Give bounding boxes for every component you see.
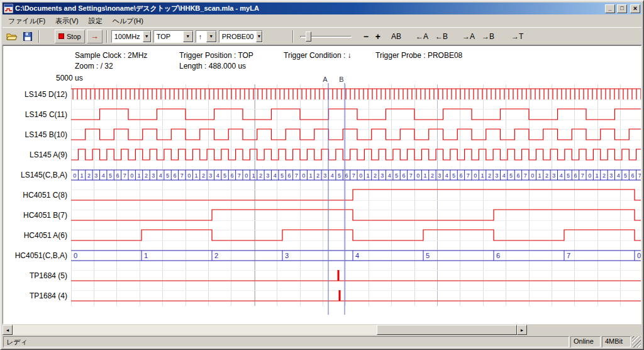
svg-text:5: 5 [452,172,455,179]
svg-text:0: 0 [130,172,133,179]
svg-text:7: 7 [123,172,126,179]
svg-text:5: 5 [426,252,430,259]
svg-text:6: 6 [116,172,119,179]
floppy-save-icon [23,32,32,41]
channel-label: LS145 A(9) [30,150,67,160]
channel-label: TP1684 (4) [30,291,67,301]
svg-text:3: 3 [323,172,326,179]
maximize-button[interactable]: □ [617,4,627,13]
trigger-position-info: Trigger Position : TOP [179,51,284,62]
svg-text:0: 0 [637,252,641,259]
svg-text:4: 4 [355,252,359,259]
svg-text:7: 7 [352,172,355,179]
svg-text:5: 5 [338,172,341,179]
svg-text:1: 1 [481,172,484,179]
zoom-slider-thumb[interactable] [306,31,311,42]
svg-text:2: 2 [259,172,262,179]
window-title: C:\Documents and Settings\noname\デスクトップ\… [15,4,603,13]
probe-select[interactable]: PROBE00 ▼ [219,30,263,43]
app-window: C:\Documents and Settings\noname\デスクトップ\… [0,0,644,350]
menu-item-help[interactable]: ヘルプ(H) [108,14,148,28]
menu-item-view[interactable]: 表示(V) [50,14,84,28]
svg-text:2: 2 [214,252,218,259]
zoom-slider[interactable] [299,30,353,43]
sample-clock-value: 100MHz [112,31,143,42]
chevron-down-icon[interactable]: ▼ [143,31,151,42]
stop-icon [58,33,64,39]
scroll-right-icon[interactable]: ► [517,325,527,335]
svg-text:3: 3 [495,172,498,179]
svg-text:7: 7 [295,172,298,179]
minimize-button[interactable]: _ [605,4,615,13]
close-button[interactable]: × [630,4,640,13]
svg-text:1: 1 [309,172,313,179]
svg-text:0: 0 [73,172,76,179]
trigger-edge-select[interactable]: ↑ ▼ [196,30,217,43]
svg-text:5: 5 [624,172,627,179]
svg-text:1: 1 [424,172,427,179]
svg-text:3: 3 [152,172,155,179]
svg-text:6: 6 [173,172,176,179]
waveform-plot[interactable]: 0123456701234567012345670123456701234567… [71,74,641,321]
horizontal-scroll-row: ◄ ► [3,325,641,335]
capture-info: Sample Clock : 2MHz Trigger Position : T… [3,46,641,72]
toolbar: Stop → 100MHz ▼ TOP ▼ ↑ ▼ PROBE00 ▼ − + … [3,27,641,45]
save-button[interactable] [21,30,35,43]
svg-text:3: 3 [94,172,97,179]
svg-text:3: 3 [266,172,269,179]
chevron-down-icon[interactable]: ▼ [256,31,262,42]
chevron-down-icon[interactable]: ▼ [206,31,216,42]
svg-text:6: 6 [631,172,634,179]
app-icon [4,4,13,13]
goto-marker-a-button[interactable]: ←A [413,30,431,43]
zoom-out-button[interactable]: − [361,30,371,43]
zoom-in-button[interactable]: + [373,30,383,43]
scroll-left-icon[interactable]: ◄ [3,325,13,335]
svg-text:5: 5 [166,172,169,179]
marker-label: B [339,76,343,83]
menu-item-file[interactable]: ファイル(F) [3,14,50,28]
svg-text:6: 6 [230,172,233,179]
svg-text:0: 0 [588,172,591,179]
sample-clock-info: Sample Clock : 2MHz [75,51,179,62]
set-marker-b-button[interactable]: →B [479,30,497,43]
run-button[interactable]: → [87,30,103,43]
svg-text:5: 5 [109,172,112,179]
status-memory-badge: 4MBit [602,336,631,347]
svg-text:0: 0 [187,172,191,179]
status-ready: レディ [3,336,569,347]
svg-text:7: 7 [638,172,641,179]
trigger-probe-info: Trigger Probe : PROBE08 [375,51,462,62]
svg-text:7: 7 [409,172,413,179]
channel-label: LS145 B(10) [25,130,67,140]
svg-text:0: 0 [74,252,77,259]
sample-clock-select[interactable]: 100MHz ▼ [111,30,152,43]
svg-text:0: 0 [474,172,477,179]
toolbar-separator [38,30,40,43]
svg-text:4: 4 [216,172,219,179]
trigger-position-select[interactable]: TOP ▼ [153,30,194,43]
channel-label: LS145 C(11) [25,110,67,120]
chevron-down-icon[interactable]: ▼ [183,31,193,42]
goto-marker-b-button[interactable]: ←B [433,30,450,43]
svg-text:3: 3 [552,172,555,179]
goto-trigger-button[interactable]: →T [509,30,526,43]
set-marker-a-button[interactable]: →A [460,30,477,43]
resize-grip[interactable] [632,336,641,347]
svg-text:3: 3 [380,172,384,179]
svg-text:7: 7 [467,172,470,179]
open-file-button[interactable] [5,30,19,43]
titlebar[interactable]: C:\Documents and Settings\noname\デスクトップ\… [3,3,641,14]
svg-text:7: 7 [238,172,241,179]
horizontal-scrollbar[interactable]: ◄ ► [3,325,527,335]
scrollbar-thumb[interactable] [377,325,517,335]
svg-text:2: 2 [87,172,91,179]
svg-text:4: 4 [331,172,334,179]
svg-text:1: 1 [195,172,198,179]
svg-text:2: 2 [602,172,606,179]
folder-open-icon [6,32,18,41]
ab-span-button[interactable]: AB [389,30,404,43]
stop-button[interactable]: Stop [55,30,85,43]
menu-item-settings[interactable]: 設定 [84,14,108,28]
svg-text:2: 2 [374,172,377,179]
